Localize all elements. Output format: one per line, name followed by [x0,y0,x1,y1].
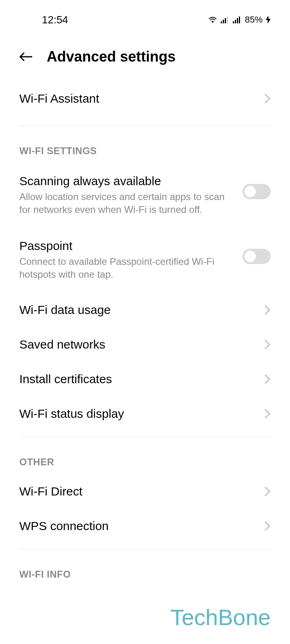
svg-rect-5 [235,20,236,23]
status-time: 12:54 [42,14,68,26]
wifi-icon [208,16,218,24]
wifi-direct-title: Wi-Fi Direct [19,485,256,498]
passpoint-content: Passpoint Connect to available Passpoint… [19,239,242,281]
divider [19,437,271,437]
svg-rect-7 [239,17,240,23]
chevron-right-icon [264,374,271,384]
chevron-right-icon [264,486,271,497]
svg-rect-3 [227,17,228,23]
chevron-right-icon [264,93,271,104]
wps-content: WPS connection [19,519,264,533]
scanning-toggle[interactable] [242,184,271,199]
data-usage-title: Wi-Fi data usage [19,303,256,317]
svg-rect-1 [223,20,224,23]
passpoint-title: Passpoint [19,239,234,253]
back-button[interactable] [19,52,32,62]
status-display-content: Wi-Fi status display [19,407,264,421]
passpoint-subtitle: Connect to available Passpoint-certified… [19,255,234,281]
wifi-status-display-item[interactable]: Wi-Fi status display [19,396,271,431]
svg-rect-0 [221,21,222,23]
install-certificates-title: Install certificates [19,372,256,386]
data-usage-content: Wi-Fi data usage [19,303,264,317]
other-header: OTHER [19,443,271,474]
wifi-settings-header: WI-FI SETTINGS [19,132,271,163]
signal-icon-1 [221,16,230,23]
passpoint-toggle[interactable] [242,249,271,264]
wifi-assistant-title: Wi-Fi Assistant [19,92,256,105]
wifi-data-usage-item[interactable]: Wi-Fi data usage [19,293,271,327]
passpoint-item[interactable]: Passpoint Connect to available Passpoint… [19,228,271,293]
wifi-direct-item[interactable]: Wi-Fi Direct [19,474,271,509]
scanning-always-available-item[interactable]: Scanning always available Allow location… [19,163,271,228]
scanning-content: Scanning always available Allow location… [19,174,242,217]
wps-connection-item[interactable]: WPS connection [19,509,271,543]
page-title: Advanced settings [47,48,176,65]
status-bar: 12:54 85% [0,0,290,28]
install-certificates-content: Install certificates [19,372,264,386]
divider [19,126,271,126]
charging-icon [266,16,271,24]
install-certificates-item[interactable]: Install certificates [19,362,271,396]
header: Advanced settings [0,28,290,77]
scanning-subtitle: Allow location services and certain apps… [19,190,234,217]
wifi-assistant-item[interactable]: Wi-Fi Assistant [19,77,271,120]
svg-rect-4 [233,21,234,23]
chevron-right-icon [264,409,271,419]
wps-title: WPS connection [19,519,256,533]
wifi-info-header: WI-FI INFO [19,555,271,586]
status-display-title: Wi-Fi status display [19,407,256,421]
saved-networks-item[interactable]: Saved networks [19,327,271,362]
saved-networks-content: Saved networks [19,338,264,351]
watermark: TechBone [170,604,271,630]
wifi-direct-content: Wi-Fi Direct [19,485,264,498]
chevron-right-icon [264,305,271,315]
wifi-assistant-content: Wi-Fi Assistant [19,92,264,105]
settings-list: Wi-Fi Assistant WI-FI SETTINGS Scanning … [0,77,290,586]
saved-networks-title: Saved networks [19,338,256,351]
divider [19,549,271,549]
scanning-title: Scanning always available [19,174,234,188]
svg-rect-6 [237,18,238,23]
svg-rect-2 [225,18,226,23]
battery-text: 85% [245,14,263,25]
status-icons: 85% [208,14,271,25]
chevron-right-icon [264,339,271,350]
chevron-right-icon [264,521,271,531]
signal-icon-2 [233,16,242,23]
